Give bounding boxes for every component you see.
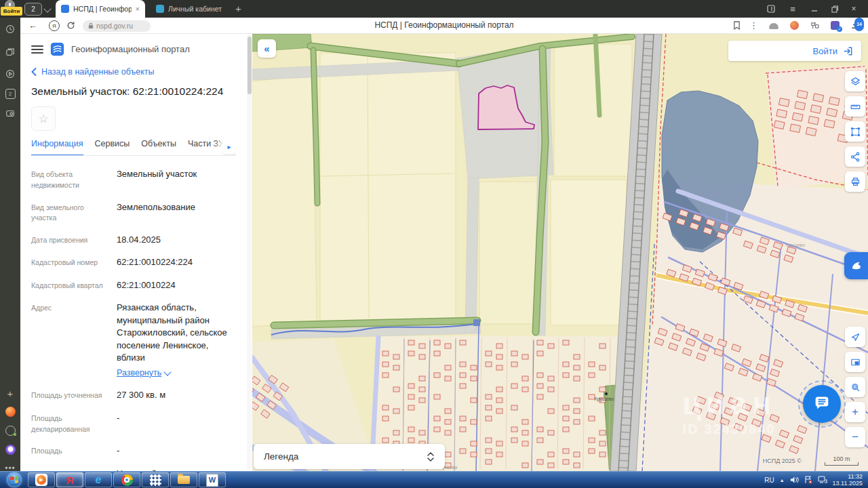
field-row: Дата присвоения18.04.2025 <box>31 234 236 246</box>
address-bar[interactable]: nspd.gov.ru <box>83 20 151 32</box>
volume-icon[interactable] <box>790 476 799 484</box>
browser-tab-account[interactable]: Личный кабинет <box>151 0 231 18</box>
tab-services[interactable]: Сервисы <box>95 139 130 155</box>
toolbar-menu-icon[interactable]: ⋮ <box>749 20 758 32</box>
legend-title: Легенда <box>264 451 298 462</box>
select-area-button[interactable] <box>845 121 865 142</box>
zoom-to-area-button[interactable] <box>845 377 865 397</box>
extension-icon-1[interactable] <box>769 23 778 29</box>
menu-hamburger-icon[interactable] <box>31 45 43 54</box>
window-restore-button[interactable] <box>826 0 844 18</box>
map-canvas[interactable]: Хрущево Хрущево Жучкова <box>252 34 868 471</box>
map-area[interactable]: Хрущево Хрущево Жучкова циан ID 32430840… <box>252 34 868 471</box>
tab-count-icon[interactable]: 2 <box>4 87 16 100</box>
print-button[interactable] <box>845 171 865 192</box>
map-login-button[interactable]: Войти <box>728 41 861 61</box>
field-label: Площадь уточненная <box>31 389 107 401</box>
taskbar-apps-grid[interactable] <box>142 472 169 487</box>
play-panel-icon[interactable] <box>4 68 16 80</box>
extension-icon-3[interactable] <box>810 21 819 33</box>
window-minimize-button[interactable] <box>806 0 823 18</box>
language-indicator[interactable]: RU <box>764 476 774 484</box>
place-label: Хрущево <box>594 396 614 402</box>
tab-objects[interactable]: Объекты <box>141 139 176 155</box>
layers-button[interactable] <box>845 71 865 92</box>
zoom-out-button[interactable]: − <box>845 427 865 447</box>
taskbar-explorer[interactable] <box>170 472 197 487</box>
action-center-flag-icon[interactable] <box>804 476 812 484</box>
alice-icon[interactable] <box>4 443 16 455</box>
new-tab-button[interactable]: + <box>235 3 241 14</box>
window-close-button[interactable]: × <box>845 0 863 18</box>
chat-support-button[interactable] <box>803 385 841 423</box>
overview-map-icon <box>850 357 861 368</box>
locate-button[interactable] <box>845 327 865 347</box>
taskbar-word[interactable]: W <box>199 472 226 487</box>
start-button[interactable] <box>7 472 22 487</box>
lock-icon <box>88 22 94 29</box>
downloads-icon[interactable]: 14 <box>851 21 860 33</box>
browser-tab-strip: Войти 2 НСПД | Геоинформац × Личный каби… <box>0 0 868 18</box>
field-row: Площадь декларированная- <box>31 412 236 435</box>
field-label: Вид земельного участка <box>31 201 107 224</box>
legend-panel[interactable]: Легенда <box>254 444 445 469</box>
share-button[interactable] <box>845 146 865 167</box>
field-row: Вид объекта недвижимостиЗемельный участо… <box>31 168 236 191</box>
browser-menu-icon[interactable]: ≡ <box>784 0 802 18</box>
taskbar-internet-explorer[interactable]: e <box>85 472 112 487</box>
tab-information[interactable]: Информация <box>31 139 83 156</box>
browser-tab-nspd[interactable]: НСПД | Геоинформац × <box>56 0 145 18</box>
sidebar-add-icon[interactable]: + <box>4 387 16 399</box>
extension-icon-2[interactable] <box>790 21 799 30</box>
screenshot-icon[interactable] <box>4 107 16 119</box>
back-to-results-link[interactable]: Назад в найденные объекты <box>31 67 236 77</box>
download-count-badge: 14 <box>854 18 864 31</box>
field-row: Площадь- <box>31 445 236 457</box>
legend-toggle-icon[interactable] <box>427 451 435 462</box>
bookmark-flag-icon[interactable] <box>733 21 741 33</box>
tabs-scroll-right-button[interactable]: ▸ <box>222 139 236 154</box>
profile-icon[interactable] <box>4 424 16 436</box>
tab-counter-button[interactable]: 2 <box>24 3 42 16</box>
extension-icon-4[interactable]: ✓ <box>831 21 840 30</box>
tabs-panel-icon[interactable] <box>4 46 16 58</box>
field-value: 62:21:0010224 <box>117 279 236 291</box>
yandex-browser-icon[interactable] <box>4 405 16 418</box>
chevron-down-icon <box>164 368 172 375</box>
browser-login-badge[interactable]: Войти <box>1 7 22 16</box>
tab-list-chevron-icon[interactable] <box>43 5 51 12</box>
reload-button[interactable] <box>66 21 75 33</box>
account-favicon <box>156 5 164 13</box>
clock-time: 11:32 <box>833 473 863 481</box>
windows-flag-icon <box>10 476 18 483</box>
expand-address-link[interactable]: Развернуть <box>117 367 170 380</box>
field-value: Рязанская область, муниципальный район С… <box>117 302 236 379</box>
back-button[interactable]: ← <box>28 20 37 32</box>
zoom-in-button[interactable]: + <box>845 402 865 422</box>
tab-close-icon[interactable]: × <box>136 5 140 13</box>
field-label: Кадастровый квартал <box>31 279 107 291</box>
yandex-home-button[interactable]: Я <box>49 20 60 31</box>
taskbar-chrome[interactable] <box>113 472 140 487</box>
collapse-panel-button[interactable]: « <box>258 39 276 58</box>
chrome-icon <box>121 474 133 486</box>
favorite-star-button[interactable]: ☆ <box>31 106 56 131</box>
folder-icon <box>178 476 190 484</box>
assistant-button[interactable] <box>844 252 868 279</box>
measure-button[interactable] <box>845 96 865 117</box>
panel-scrollbar-thumb[interactable] <box>248 37 252 94</box>
field-label: Кадастровый номер <box>31 256 107 268</box>
panel-scrollbar-track[interactable] <box>247 35 252 470</box>
field-row: Кадастровый квартал62:21:0010224 <box>31 279 236 291</box>
side-panel-toggle-icon[interactable] <box>762 0 780 18</box>
taskbar-media-player[interactable]: ▶ <box>28 472 55 487</box>
attribute-list: Вид объекта недвижимостиЗемельный участо… <box>31 168 236 471</box>
clock-date: 13.11.2025 <box>833 480 863 487</box>
tab-parcel-parts[interactable]: Части ЗУ <box>188 139 224 155</box>
history-icon[interactable] <box>4 23 16 35</box>
network-icon[interactable] <box>818 476 827 484</box>
overview-map-button[interactable] <box>845 352 865 372</box>
taskbar-yandex-browser[interactable]: Я <box>56 472 83 487</box>
clock[interactable]: 11:32 13.11.2025 <box>833 473 863 487</box>
tray-expand-icon[interactable]: ▲ <box>780 478 785 483</box>
